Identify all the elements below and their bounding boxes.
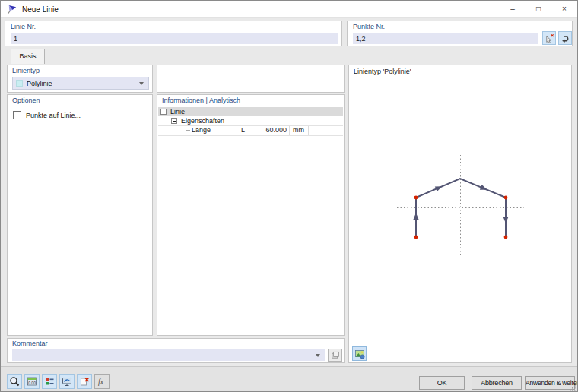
- property-unit: mm: [290, 126, 309, 135]
- property-value: 60.000: [256, 126, 290, 135]
- kommentar-input[interactable]: [12, 349, 316, 361]
- revert-button[interactable]: [558, 31, 572, 45]
- linientyp-dropdown[interactable]: Polylinie: [12, 77, 149, 90]
- fx-icon: fx: [97, 376, 107, 387]
- details-tool-button[interactable]: [42, 374, 57, 389]
- chevron-down-icon: [316, 354, 320, 357]
- picture-icon: [354, 349, 365, 359]
- linientyp-group: Linientyp Polylinie: [7, 65, 153, 93]
- linie-nr-label: Linie Nr.: [11, 23, 36, 30]
- informationen-header: Informationen | Analytisch: [162, 96, 240, 104]
- minimize-button[interactable]: –: [500, 1, 526, 17]
- screen-refresh-icon: [62, 376, 72, 387]
- tree-row-linie: Linie: [158, 107, 343, 116]
- punkte-nr-input[interactable]: [353, 33, 538, 44]
- line-flag-icon: [6, 4, 17, 15]
- property-name: Länge: [158, 126, 237, 135]
- display-tool-button[interactable]: [59, 374, 75, 389]
- linientyp-label: Linientyp: [12, 67, 40, 74]
- details-list-icon: [44, 376, 55, 387]
- notes-icon: [330, 350, 340, 360]
- tree-row-eigenschaften: Eigenschaften: [158, 116, 343, 125]
- linie-nr-group: Linie Nr.: [5, 21, 342, 46]
- punkte-nr-group: Punkte Nr.: [347, 21, 573, 46]
- punkte-auf-linie-label: Punkte auf Linie...: [26, 112, 81, 119]
- select-points-button[interactable]: [542, 31, 556, 45]
- optionen-header: Optionen: [12, 96, 40, 104]
- collapse-icon[interactable]: [171, 118, 177, 124]
- svg-text:fx: fx: [98, 378, 104, 386]
- tree-label-eigenschaften: Eigenschaften: [181, 116, 224, 125]
- delete-cross-icon: [79, 376, 90, 387]
- units-decimal-icon: 0.00: [27, 376, 37, 387]
- kommentar-combobox[interactable]: [12, 349, 325, 361]
- tab-basis[interactable]: Basis: [11, 49, 45, 64]
- informationen-group: Informationen | Analytisch Linie Eigensc…: [157, 94, 345, 336]
- undo-arrow-icon: [561, 33, 570, 43]
- punkte-nr-label: Punkte Nr.: [353, 23, 385, 30]
- polyline-preview-diagram: [349, 65, 571, 362]
- window-title: Neue Linie: [22, 5, 59, 14]
- kommentar-templates-button[interactable]: [328, 349, 342, 362]
- empty-parameter-panel: [157, 65, 345, 93]
- dialog-footer: 0.00: [1, 366, 577, 392]
- collapse-icon[interactable]: [160, 109, 167, 115]
- fx-tool-button[interactable]: fx: [94, 374, 110, 389]
- ok-button[interactable]: OK: [419, 376, 465, 390]
- save-picture-button[interactable]: [352, 346, 367, 361]
- linetype-color-swatch: [16, 80, 23, 87]
- maximize-button[interactable]: □: [526, 1, 551, 17]
- close-button[interactable]: ×: [551, 1, 577, 17]
- cursor-select-icon: [545, 33, 554, 43]
- punkte-auf-linie-checkbox[interactable]: [13, 111, 21, 119]
- dialog-neue-linie: Neue Linie – □ × Linie Nr. Punkte Nr.: [0, 0, 578, 392]
- cancel-button[interactable]: Abbrechen: [472, 376, 522, 390]
- resize-grip[interactable]: [569, 384, 576, 391]
- tree-label-linie: Linie: [170, 107, 185, 116]
- apply-next-button[interactable]: Anwenden & weiter: [525, 376, 575, 390]
- units-tool-button[interactable]: 0.00: [24, 374, 40, 389]
- preview-panel: Linientyp 'Polylinie': [348, 65, 572, 363]
- block-delete-tool-button[interactable]: [77, 374, 92, 389]
- chevron-down-icon: [139, 82, 144, 85]
- tree-row-laenge: Länge L 60.000 mm: [158, 125, 343, 136]
- linientyp-selected: Polylinie: [27, 80, 139, 87]
- property-symbol: L: [237, 126, 256, 135]
- linie-nr-input[interactable]: [11, 33, 338, 44]
- svg-text:0.00: 0.00: [28, 381, 36, 385]
- magnifier-help-icon: [9, 376, 20, 387]
- help-tool-button[interactable]: [7, 374, 22, 389]
- title-bar[interactable]: Neue Linie – □ ×: [1, 1, 577, 18]
- property-extra: [309, 126, 343, 135]
- optionen-group: Optionen Punkte auf Linie...: [7, 94, 153, 336]
- kommentar-label: Kommentar: [12, 340, 48, 347]
- info-tree: Linie Eigenschaften Länge L 60.000 mm: [158, 107, 343, 136]
- kommentar-group: Kommentar: [7, 338, 345, 363]
